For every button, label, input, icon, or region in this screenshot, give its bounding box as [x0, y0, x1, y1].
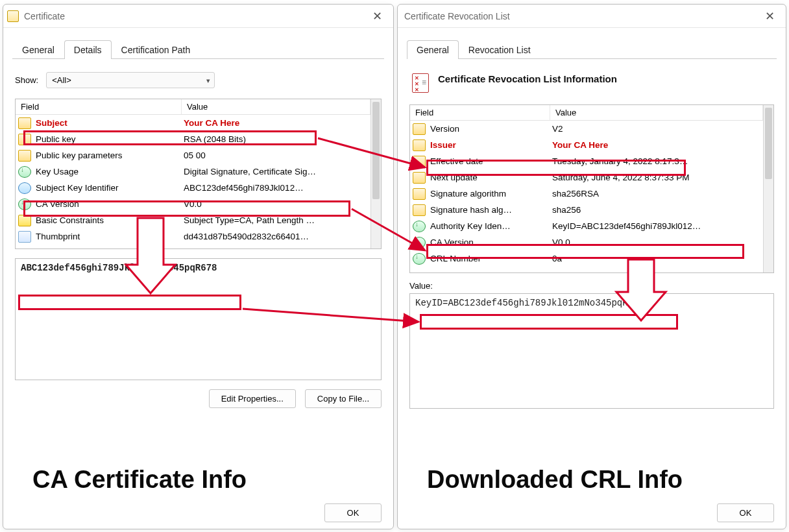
- list-row[interactable]: Public keyRSA (2048 Bits): [16, 131, 370, 147]
- cell-value: V0.0: [550, 237, 763, 247]
- cell-field: Thumbprint: [33, 232, 181, 241]
- certificate-icon: [7, 10, 19, 22]
- cell-field: CA Version: [428, 237, 550, 247]
- cell-value: Tuesday, January 4, 2022 8:17:3…: [550, 156, 763, 166]
- scrollbar-left[interactable]: [370, 99, 381, 248]
- warn-icon: [18, 215, 31, 226]
- cell-value: dd431d87b5490d2832c66401…: [181, 232, 370, 241]
- titlebar-left: Certificate ✕: [3, 5, 393, 28]
- list-row[interactable]: Key UsageDigital Signature, Certificate …: [16, 163, 370, 180]
- crl-icon: [412, 73, 429, 93]
- prop-icon: [18, 134, 31, 145]
- detail-textbox-right[interactable]: KeyID=ABC123def456ghi789Jkl012mNo345pqR6…: [409, 293, 774, 409]
- tab-general-right[interactable]: General: [407, 40, 459, 59]
- cell-field: CRL Number: [428, 254, 550, 263]
- col-header-field-left[interactable]: Field: [16, 99, 182, 114]
- cell-field: Authority Key Iden…: [428, 221, 550, 231]
- cell-field: Key Usage: [33, 167, 181, 176]
- cell-value: RSA (2048 Bits): [181, 134, 370, 144]
- ext-icon: [413, 253, 426, 265]
- ok-button-left[interactable]: OK: [324, 503, 382, 522]
- field-listbox-left[interactable]: Field Value SubjectYour CA HerePublic ke…: [15, 99, 382, 249]
- col-header-field-right[interactable]: Field: [410, 105, 550, 120]
- list-row[interactable]: CA VersionV0.0: [410, 234, 763, 250]
- list-row[interactable]: Authority Key Iden…KeyID=ABC123def456ghi…: [410, 218, 763, 234]
- show-combobox-value: <All>: [52, 75, 71, 85]
- cell-field: Next update: [428, 173, 550, 182]
- titlebar-right: Certificate Revocation List ✕: [398, 5, 786, 28]
- list-row[interactable]: Subject Key IdentifierABC123def456ghi789…: [16, 180, 370, 196]
- ext-icon: [18, 199, 31, 210]
- cell-field: Signature hash alg…: [428, 205, 550, 215]
- tab-revlist-right[interactable]: Revocation List: [459, 40, 540, 59]
- list-row[interactable]: Effective dateTuesday, January 4, 2022 8…: [410, 153, 763, 169]
- show-combobox[interactable]: <All> ▾: [46, 72, 215, 88]
- scrollbar-right[interactable]: [763, 105, 773, 272]
- cell-field: Issuer: [428, 140, 550, 150]
- ext-icon: [413, 221, 426, 232]
- list-row[interactable]: Signature hash alg…sha256: [410, 202, 763, 218]
- cell-value: KeyID=ABC123def456ghi789Jkl012…: [550, 221, 763, 231]
- list-row[interactable]: VersionV2: [410, 121, 763, 137]
- prop-icon: [413, 123, 426, 135]
- list-row[interactable]: Next updateSaturday, June 4, 2022 8:37:3…: [410, 169, 763, 186]
- detail-text-left: ABC123def456ghi789Jkl012mNo345pqR678: [21, 263, 217, 273]
- col-header-value-left[interactable]: Value: [182, 99, 370, 114]
- cell-value: sha256: [550, 205, 763, 215]
- list-row[interactable]: Thumbprintdd431d87b5490d2832c66401…: [16, 228, 370, 245]
- value-label: Value:: [409, 281, 774, 291]
- tab-certpath-left[interactable]: Certification Path: [112, 40, 200, 59]
- list-row[interactable]: Signature algorithmsha256RSA: [410, 186, 763, 202]
- list-row[interactable]: IssuerYour CA Here: [410, 137, 763, 153]
- ext-icon: [413, 237, 426, 248]
- ok-button-right[interactable]: OK: [717, 503, 774, 522]
- certificate-dialog: Certificate ✕ General Details Certificat…: [3, 4, 394, 529]
- cell-value: 05 00: [181, 151, 370, 160]
- cell-value: V0.0: [181, 199, 370, 209]
- close-button-left[interactable]: ✕: [366, 7, 388, 25]
- cell-value: Your CA Here: [181, 118, 370, 128]
- caption-left: CA Certificate Info: [32, 466, 247, 494]
- cell-field: Version: [428, 124, 550, 134]
- close-button-right[interactable]: ✕: [759, 7, 781, 25]
- list-row[interactable]: Basic ConstraintsSubject Type=CA, Path L…: [16, 212, 370, 228]
- cell-field: Public key: [33, 134, 181, 144]
- crl-dialog: Certificate Revocation List ✕ General Re…: [397, 4, 786, 529]
- caption-right: Downloaded CRL Info: [427, 466, 683, 494]
- cell-field: Public key parameters: [33, 151, 181, 160]
- detail-textbox-left[interactable]: ABC123def456ghi789Jkl012mNo345pqR678: [15, 258, 382, 380]
- ext-icon: [18, 166, 31, 178]
- edit-properties-button[interactable]: Edit Properties...: [209, 389, 296, 408]
- thumb-icon: [18, 231, 31, 243]
- list-row[interactable]: CA VersionV0.0: [16, 196, 370, 212]
- copy-to-file-button[interactable]: Copy to File...: [305, 389, 382, 408]
- prop-icon: [413, 139, 426, 151]
- cell-field: Effective date: [428, 156, 550, 166]
- show-label: Show:: [15, 75, 38, 85]
- cell-value: V2: [550, 124, 763, 134]
- col-header-value-right[interactable]: Value: [550, 105, 763, 120]
- field-listbox-right[interactable]: Field Value VersionV2IssuerYour CA HereE…: [409, 104, 774, 273]
- prop-icon: [413, 156, 426, 167]
- cell-field: Subject: [33, 118, 181, 128]
- tab-general-left[interactable]: General: [12, 40, 64, 59]
- cell-value: 0a: [550, 254, 763, 263]
- detail-text-right: KeyID=ABC123def456ghi789Jkl012mNo345pqR6…: [415, 298, 644, 308]
- cell-value: sha256RSA: [550, 189, 763, 199]
- cell-field: Basic Constraints: [33, 215, 181, 225]
- list-row[interactable]: Public key parameters05 00: [16, 147, 370, 163]
- window-title-right: Certificate Revocation List: [402, 11, 759, 21]
- cell-value: Your CA Here: [550, 140, 763, 150]
- prop-icon: [413, 204, 426, 216]
- list-row[interactable]: SubjectYour CA Here: [16, 115, 370, 131]
- crl-info-title: Certificate Revocation List Information: [438, 73, 617, 84]
- cell-value: Subject Type=CA, Path Length …: [181, 215, 370, 225]
- cell-value: Digital Signature, Certificate Sig…: [181, 167, 370, 176]
- prop-icon: [18, 150, 31, 162]
- cell-value: ABC123def456ghi789Jkl012…: [181, 183, 370, 193]
- tab-details-left[interactable]: Details: [64, 40, 112, 59]
- prop-icon: [18, 117, 31, 129]
- list-row[interactable]: CRL Number0a: [410, 250, 763, 267]
- chevron-down-icon: ▾: [206, 76, 210, 84]
- prop-icon: [413, 188, 426, 200]
